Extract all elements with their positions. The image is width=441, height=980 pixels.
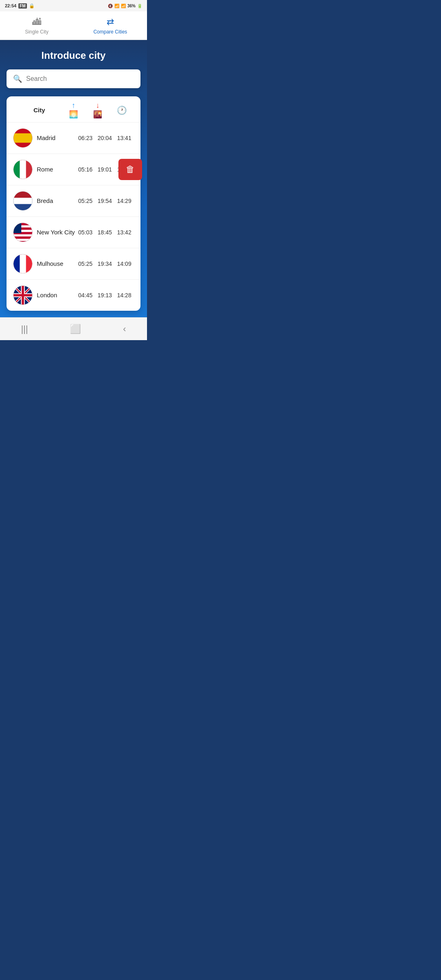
- status-left: 22:54 FM 🔒: [5, 3, 35, 9]
- table-row: Mulhouse 05:25 19:34 14:09: [7, 248, 140, 280]
- svg-rect-16: [13, 254, 20, 273]
- time-values: 05:25 19:34 14:09: [76, 261, 134, 267]
- status-time: 22:54: [5, 3, 16, 8]
- sunset-time: 19:13: [95, 292, 115, 298]
- lock-icon: 🔒: [29, 3, 35, 9]
- svg-rect-25: [13, 294, 32, 296]
- sunrise-time: 05:16: [76, 166, 95, 173]
- status-right: 🔇 📶 📶 36% 🔋: [108, 4, 142, 8]
- clock-icon: 🕐: [117, 105, 127, 115]
- city-name-cell: New York City: [37, 229, 76, 236]
- city-name: Rome: [37, 166, 53, 173]
- nav-back-button[interactable]: ‹: [123, 324, 126, 334]
- sunset-time: 19:01: [95, 166, 115, 173]
- svg-rect-11: [13, 234, 32, 236]
- time-values: 06:23 20:04 13:41: [76, 135, 134, 141]
- column-city-header: City: [13, 107, 61, 114]
- sunrise-icon: 🌅: [69, 110, 78, 119]
- city-name-cell: London: [37, 292, 76, 299]
- delete-city-button[interactable]: 🗑: [118, 159, 142, 180]
- table-row: Madrid 06:23 20:04 13:41: [7, 122, 140, 154]
- sunrise-time: 06:23: [76, 135, 95, 141]
- svg-rect-12: [13, 239, 32, 241]
- svg-rect-1: [13, 134, 32, 143]
- city-rows-container: Madrid 06:23 20:04 13:41 Rome 05:16: [7, 122, 140, 311]
- main-content: Introduce city 🔍 City ↑ 🌅 ↓ 🌇 🕐: [0, 40, 147, 317]
- bottom-nav: ||| ⬜ ‹: [0, 317, 147, 340]
- tab-bar: 🏙 Single City ⇄ Compare Cities: [0, 11, 147, 40]
- column-sunrise-header: ↑ 🌅: [61, 101, 85, 119]
- battery-text: 36%: [127, 4, 136, 8]
- sunrise-time: 05:25: [76, 261, 95, 267]
- city-name-cell: Mulhouse: [37, 260, 76, 267]
- time-values: 05:03 18:45 13:42: [76, 229, 134, 236]
- city-name-cell: Breda: [37, 197, 76, 205]
- tab-single-city[interactable]: 🏙 Single City: [0, 11, 74, 40]
- sunset-icon: 🌇: [93, 110, 102, 119]
- city-name: Breda: [37, 197, 53, 204]
- city-name: New York City: [37, 229, 75, 236]
- city-name-cell: Madrid: [37, 134, 76, 142]
- compare-cities-label: Compare Cities: [94, 29, 127, 35]
- sunrise-time: 05:25: [76, 198, 95, 204]
- city-name: Mulhouse: [37, 260, 63, 267]
- daylight-time: 14:29: [114, 198, 134, 204]
- daylight-time: 13:41: [114, 135, 134, 141]
- search-input[interactable]: [26, 75, 134, 82]
- column-sunset-header: ↓ 🌇: [86, 101, 110, 119]
- daylight-time: 14:28: [114, 292, 134, 298]
- compare-cities-icon: ⇄: [107, 17, 114, 27]
- fm-icon: FM: [18, 3, 27, 9]
- time-values: 04:45 19:13 14:28: [76, 292, 134, 298]
- city-name: Madrid: [37, 134, 56, 141]
- mute-icon: 🔇: [108, 4, 113, 8]
- search-icon: 🔍: [13, 74, 22, 83]
- city-name: London: [37, 292, 57, 298]
- time-values: 05:25 19:54 14:29: [76, 198, 134, 204]
- daylight-time: 13:42: [114, 229, 134, 236]
- svg-rect-13: [13, 223, 21, 233]
- table-row: London 04:45 19:13 14:28: [7, 280, 140, 311]
- nav-home-button[interactable]: ⬜: [70, 324, 81, 334]
- wifi-icon: 📶: [114, 4, 119, 8]
- svg-rect-7: [13, 192, 32, 198]
- page-title: Introduce city: [41, 50, 105, 61]
- cities-table: City ↑ 🌅 ↓ 🌇 🕐 Madrid: [7, 96, 140, 311]
- sunset-time: 19:54: [95, 198, 115, 204]
- battery-icon: 🔋: [137, 4, 142, 8]
- table-row: New York City 05:03 18:45 13:42: [7, 217, 140, 248]
- sunrise-arrow-icon: ↑: [72, 101, 76, 110]
- svg-rect-4: [13, 160, 20, 179]
- city-name-cell: Rome: [37, 166, 76, 173]
- table-row: Breda 05:25 19:54 14:29: [7, 185, 140, 217]
- single-city-label: Single City: [25, 29, 48, 35]
- tab-compare-cities[interactable]: ⇄ Compare Cities: [74, 11, 147, 40]
- status-bar: 22:54 FM 🔒 🔇 📶 📶 36% 🔋: [0, 0, 147, 11]
- sunset-time: 20:04: [95, 135, 115, 141]
- signal-icon: 📶: [121, 4, 126, 8]
- search-bar[interactable]: 🔍: [7, 69, 140, 88]
- table-row: Rome 05:16 19:01 13:45 🗑: [7, 154, 140, 185]
- table-header: City ↑ 🌅 ↓ 🌇 🕐: [7, 96, 140, 122]
- sunset-time: 18:45: [95, 229, 115, 236]
- sunset-time: 19:34: [95, 261, 115, 267]
- nav-menu-button[interactable]: |||: [21, 324, 28, 334]
- single-city-icon: 🏙: [32, 17, 41, 27]
- sunset-arrow-icon: ↓: [96, 101, 100, 110]
- daylight-time: 14:09: [114, 261, 134, 267]
- sunrise-time: 05:03: [76, 229, 95, 236]
- column-daylight-header: 🕐: [110, 105, 134, 115]
- sunrise-time: 04:45: [76, 292, 95, 298]
